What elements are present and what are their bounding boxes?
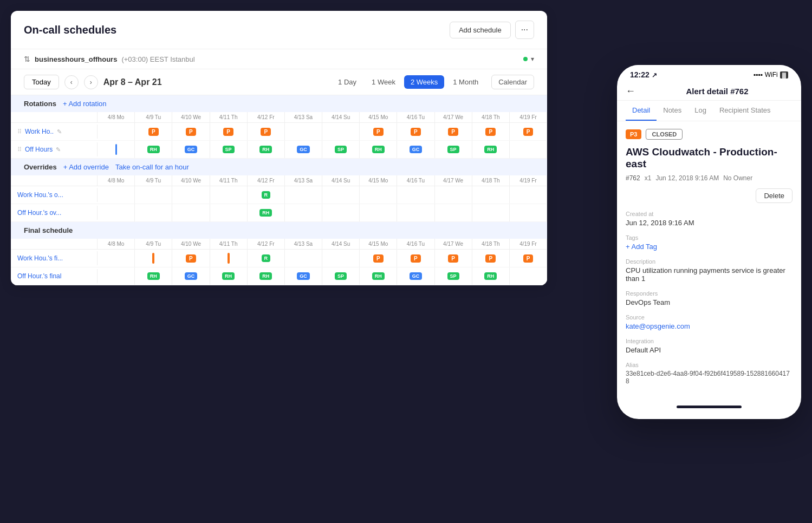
ov-day-0: 4/8 Mo [98, 175, 135, 186]
rotations-label: Rotations [24, 100, 56, 108]
oh-badge-rh-10[interactable]: RH [484, 146, 497, 153]
fo-badge-rh-10[interactable]: RH [484, 272, 497, 280]
oh-badge-rh-1[interactable]: RH [147, 146, 160, 153]
wh-badge-p-7[interactable]: P [373, 128, 384, 136]
wh-cell-4: P [248, 123, 285, 140]
mobile-nav: ← Alert detail #762 [617, 82, 801, 101]
add-rotation-link[interactable]: + Add rotation [63, 100, 107, 108]
oo-badge-rh[interactable]: RH [259, 209, 272, 217]
fw-badge-p-9[interactable]: P [448, 254, 458, 263]
oh-badge-sp-3[interactable]: SP [223, 146, 235, 153]
fw-badge-p-11[interactable]: P [523, 254, 534, 263]
wh-cell-10: P [472, 123, 510, 140]
oh-badge-rh-7[interactable]: RH [372, 146, 385, 153]
wo-cell-10 [472, 186, 510, 204]
final-day-headers: 4/8 Mo 4/9 Tu 4/10 We 4/11 Th 4/12 Fr 4/… [11, 239, 547, 250]
add-schedule-button[interactable]: Add schedule [450, 22, 511, 38]
day-header-5: 4/13 Sa [285, 112, 322, 122]
wh-badge-p-11[interactable]: P [523, 128, 534, 136]
view-1week[interactable]: 1 Week [365, 75, 402, 89]
wh-badge-p-1[interactable]: P [148, 128, 159, 136]
final-section-header: Final schedule [11, 222, 547, 239]
page-title: On-call schedules [24, 24, 116, 36]
more-options-button[interactable]: ··· [515, 21, 534, 39]
add-tag-button[interactable]: + Add Tag [626, 243, 792, 251]
drag-handle-icon-2: ⠿ [17, 146, 22, 153]
tab-log[interactable]: Log [688, 101, 713, 121]
tab-recipient-states[interactable]: Recipient States [713, 101, 777, 121]
off-override-label: Off Hour.'s ov... [11, 206, 98, 220]
oh-badge-gc-8[interactable]: GC [410, 146, 423, 153]
fo-cell-0 [98, 267, 135, 285]
fo-badge-rh-7[interactable]: RH [372, 272, 385, 280]
alert-owner: No Owner [723, 174, 752, 182]
fo-cell-11 [510, 267, 547, 285]
wh-badge-p-2[interactable]: P [186, 128, 196, 136]
view-1month[interactable]: 1 Month [446, 75, 485, 89]
next-arrow[interactable]: › [84, 75, 98, 89]
add-override-link[interactable]: + Add override [63, 163, 109, 171]
nav-controls: Today ‹ › Apr 8 – Apr 21 1 Day 1 Week 2 … [11, 69, 547, 95]
alert-main-title: AWS Cloudwatch - Production-east [626, 146, 792, 170]
fo-cell-6: SP [322, 267, 360, 285]
fw-cell-4: R [248, 250, 285, 267]
delete-button[interactable]: Delete [756, 188, 792, 203]
prev-arrow[interactable]: ‹ [64, 75, 79, 89]
fw-badge-p-2[interactable]: P [186, 254, 196, 263]
off-hours-text[interactable]: Off Hours [25, 146, 53, 153]
responders-label: Responders [626, 290, 792, 297]
fo-badge-gc-2[interactable]: GC [185, 272, 198, 280]
edit-icon-2[interactable]: ✎ [56, 146, 61, 153]
today-button[interactable]: Today [24, 75, 59, 89]
fo-badge-gc-5[interactable]: GC [297, 272, 310, 280]
day-header-4: 4/12 Fr [248, 112, 285, 122]
fs-day-10: 4/18 Th [472, 239, 510, 249]
alias-value: 33e81ceb-d2e6-4aa8-9f04-f92b6f419589-152… [626, 370, 792, 385]
oo-cell-9 [435, 204, 472, 221]
alias-section: Alias 33e81ceb-d2e6-4aa8-9f04-f92b6f4195… [626, 362, 792, 385]
wh-badge-p-4[interactable]: P [261, 128, 271, 136]
fo-badge-sp-6[interactable]: SP [335, 272, 347, 280]
wh-badge-p-3[interactable]: P [223, 128, 233, 136]
wo-cell-1 [135, 186, 172, 204]
edit-icon[interactable]: ✎ [57, 128, 62, 135]
fo-badge-rh-1[interactable]: RH [147, 272, 160, 280]
back-button[interactable]: ← [626, 86, 635, 97]
take-oncall-link[interactable]: Take on-call for an hour [115, 163, 189, 171]
wh-badge-p-8[interactable]: P [411, 128, 421, 136]
oh-badge-sp-6[interactable]: SP [335, 146, 347, 153]
fw-badge-p-10[interactable]: P [485, 254, 496, 263]
oh-badge-rh-4[interactable]: RH [259, 146, 272, 153]
wh-badge-p-10[interactable]: P [485, 128, 496, 136]
day-header-11: 4/19 Fr [510, 112, 547, 122]
chevron-down-icon[interactable]: ▾ [531, 55, 534, 63]
off-override-text: Off Hour.'s ov... [17, 209, 61, 217]
oh-badge-gc-2[interactable]: GC [185, 146, 198, 153]
oh-badge-sp-9[interactable]: SP [447, 146, 459, 153]
fo-badge-rh-3[interactable]: RH [222, 272, 235, 280]
status-icons: ▪▪▪▪ WiFi ▓ [753, 71, 788, 79]
rotations-section-header: Rotations + Add rotation [11, 95, 547, 112]
fo-badge-sp-9[interactable]: SP [447, 272, 459, 280]
calendar-button[interactable]: Calendar [491, 75, 534, 89]
fo-badge-rh-4[interactable]: RH [259, 272, 272, 280]
fo-badge-gc-8[interactable]: GC [410, 272, 423, 280]
mobile-content: P3 CLOSED AWS Cloudwatch - Production-ea… [617, 121, 801, 400]
wh-cell-0 [98, 123, 135, 140]
work-hours-text[interactable]: Work Ho.. [25, 128, 54, 135]
wh-badge-p-9[interactable]: P [448, 128, 458, 136]
oh-badge-gc-5[interactable]: GC [297, 146, 310, 153]
fs-day-1: 4/9 Tu [135, 239, 172, 249]
source-value[interactable]: kate@opsgenie.com [626, 322, 792, 330]
fs-day-8: 4/16 Tu [397, 239, 434, 249]
wo-badge-r[interactable]: R [262, 191, 271, 199]
fw-badge-p-7[interactable]: P [373, 254, 384, 263]
view-2weeks[interactable]: 2 Weeks [404, 75, 444, 89]
view-1day[interactable]: 1 Day [332, 75, 363, 89]
fw-badge-r-4[interactable]: R [262, 254, 271, 262]
fw-cell-10: P [472, 250, 510, 267]
work-override-label: Work Hou.'s o... [11, 188, 98, 202]
fw-badge-p-8[interactable]: P [411, 254, 421, 263]
tab-notes[interactable]: Notes [657, 101, 688, 121]
tab-detail[interactable]: Detail [626, 101, 657, 121]
